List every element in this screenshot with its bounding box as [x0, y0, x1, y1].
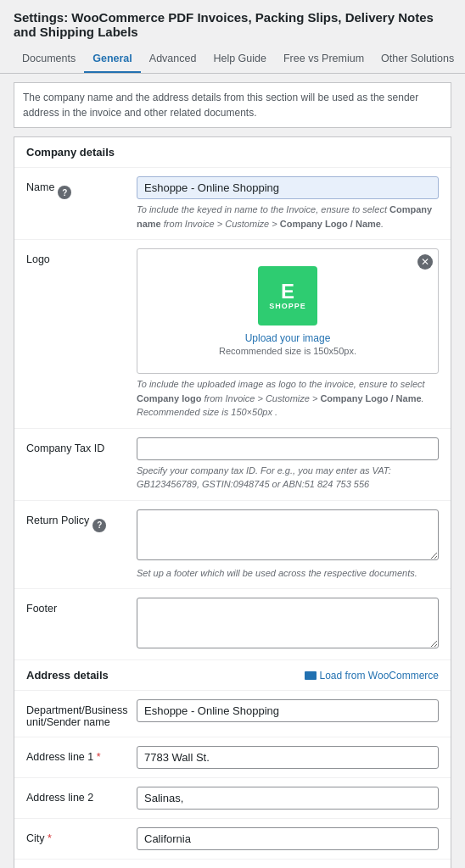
tabs-bar: Documents General Advanced Help Guide Fr…	[0, 46, 465, 74]
required-star: *	[97, 751, 101, 763]
city-row: City *	[14, 819, 451, 860]
name-field: To include the keyed in name to the Invo…	[137, 176, 439, 231]
address-details-header: Address details Load from WooCommerce	[14, 660, 451, 691]
address-line1-label: Address line 1 *	[26, 746, 128, 763]
tax-id-field: Specify your company tax ID. For e.g., y…	[137, 437, 439, 492]
tab-free-vs-premium[interactable]: Free vs Premium	[275, 46, 373, 73]
name-label: Name ?	[26, 176, 128, 199]
department-row: Department/Business unit/Sender name	[14, 691, 451, 737]
name-row: Name ? To include the keyed in name to t…	[14, 168, 451, 240]
page-title: Settings: WooCommerce PDF Invoices, Pack…	[0, 0, 465, 46]
city-required-star: *	[48, 832, 52, 844]
tab-other-solutions[interactable]: Other Solutions	[373, 46, 462, 73]
logo-box: ✕ E SHOPPE Upload your image Recommended…	[137, 248, 439, 374]
footer-row: Footer	[14, 589, 451, 660]
name-help-text: To include the keyed in name to the Invo…	[137, 203, 439, 231]
tab-general[interactable]: General	[84, 46, 141, 73]
address-line1-row: Address line 1 *	[14, 737, 451, 778]
address-line2-input[interactable]	[137, 787, 439, 810]
address-line1-field	[137, 746, 439, 769]
address-line2-label: Address line 2	[26, 787, 128, 804]
return-policy-textarea[interactable]	[137, 509, 439, 560]
city-input[interactable]	[137, 827, 439, 850]
logo-field: ✕ E SHOPPE Upload your image Recommended…	[137, 248, 439, 420]
city-field	[137, 827, 439, 850]
tax-id-label: Company Tax ID	[26, 437, 128, 454]
address-line1-input[interactable]	[137, 746, 439, 769]
address-line2-field	[137, 787, 439, 810]
name-help-icon[interactable]: ?	[58, 186, 71, 199]
logo-help-text: To include the uploaded image as logo to…	[137, 377, 439, 420]
logo-row: Logo ✕ E SHOPPE Upload your image Recomm…	[14, 240, 451, 429]
return-policy-row: Return Policy ? Set up a footer which wi…	[14, 501, 451, 590]
logo-recommend-text: Recommended size is 150x50px.	[219, 346, 356, 356]
address-line2-row: Address line 2	[14, 778, 451, 819]
logo-close-button[interactable]: ✕	[417, 254, 433, 270]
logo-upload-link[interactable]: Upload your image	[245, 329, 331, 346]
footer-textarea[interactable]	[137, 598, 439, 648]
footer-label: Footer	[26, 598, 128, 615]
logo-label: Logo	[26, 248, 128, 265]
return-policy-label: Return Policy ?	[26, 509, 128, 532]
country-state-row: Country/State * United States (US) — Cal…	[14, 860, 451, 868]
logo-image-area: E SHOPPE Upload your image Recommended s…	[146, 258, 429, 364]
department-field	[137, 699, 439, 722]
woocommerce-flag-icon	[305, 671, 317, 680]
logo-image: E SHOPPE	[258, 266, 317, 326]
name-input[interactable]	[137, 176, 439, 199]
return-policy-help-icon[interactable]: ?	[92, 519, 106, 532]
city-label: City *	[26, 827, 128, 844]
return-policy-help-text: Set up a footer which will be used acros…	[137, 566, 439, 581]
tax-id-help-text: Specify your company tax ID. For e.g., y…	[137, 464, 439, 492]
return-policy-field: Set up a footer which will be used acros…	[137, 509, 439, 581]
company-details-header: Company details	[14, 137, 451, 168]
address-details-title: Address details	[26, 669, 109, 682]
tab-documents[interactable]: Documents	[14, 46, 84, 73]
footer-field	[137, 598, 439, 651]
tax-id-input[interactable]	[137, 437, 439, 460]
load-from-woocommerce-button[interactable]: Load from WooCommerce	[305, 670, 440, 682]
department-label: Department/Business unit/Sender name	[26, 699, 128, 728]
tab-help-guide[interactable]: Help Guide	[204, 46, 275, 73]
description-bar: The company name and the address details…	[14, 82, 451, 128]
company-details-section: Company details Name ? To include the ke…	[14, 136, 451, 868]
tab-advanced[interactable]: Advanced	[141, 46, 205, 73]
department-input[interactable]	[137, 699, 439, 722]
tax-id-row: Company Tax ID Specify your company tax …	[14, 429, 451, 501]
